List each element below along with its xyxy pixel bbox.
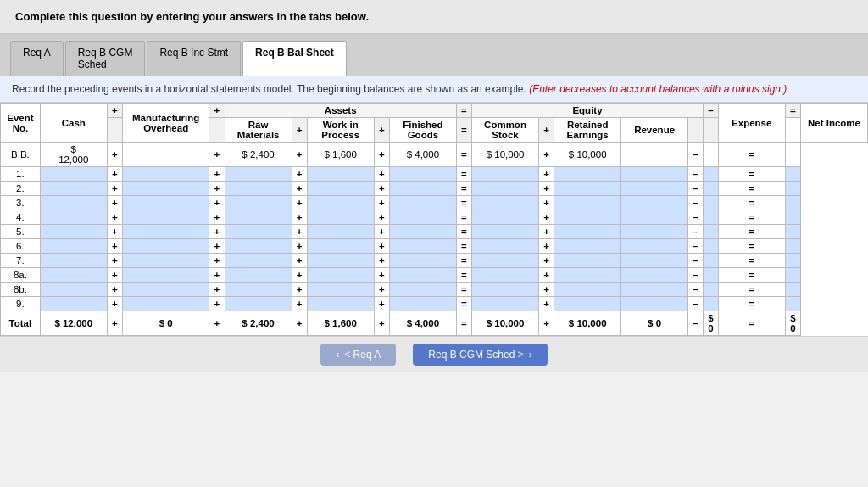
input-retained-2[interactable] xyxy=(554,182,621,196)
tab-req-a[interactable]: Req A xyxy=(10,41,64,76)
input-raw-8a[interactable] xyxy=(225,268,292,283)
input-common-4[interactable] xyxy=(472,210,539,225)
input-expense-9[interactable] xyxy=(703,297,718,311)
input-expense-6[interactable] xyxy=(703,239,718,254)
input-expense-8b[interactable] xyxy=(703,283,718,297)
input-cash-3[interactable] xyxy=(40,196,107,210)
input-raw-5[interactable] xyxy=(225,225,292,239)
input-raw-6[interactable] xyxy=(225,239,292,254)
input-net-4[interactable] xyxy=(785,210,800,225)
input-net-1[interactable] xyxy=(785,167,800,182)
input-mfg-3[interactable] xyxy=(122,196,209,210)
tab-req-b-inc[interactable]: Req B Inc Stmt xyxy=(147,41,241,76)
input-revenue-7[interactable] xyxy=(621,254,688,268)
input-expense-7[interactable] xyxy=(703,254,718,268)
input-net-8b[interactable] xyxy=(785,283,800,297)
input-net-3[interactable] xyxy=(785,196,800,210)
input-expense-2[interactable] xyxy=(703,182,718,196)
input-expense-3[interactable] xyxy=(703,196,718,210)
input-common-5[interactable] xyxy=(472,225,539,239)
input-raw-2[interactable] xyxy=(225,182,292,196)
input-net-6[interactable] xyxy=(785,239,800,254)
input-cash-8b[interactable] xyxy=(40,283,107,297)
input-raw-7[interactable] xyxy=(225,254,292,268)
input-mfg-5[interactable] xyxy=(122,225,209,239)
input-wip-9[interactable] xyxy=(307,297,374,311)
input-revenue-2[interactable] xyxy=(621,182,688,196)
input-retained-5[interactable] xyxy=(554,225,621,239)
input-mfg-2[interactable] xyxy=(122,182,209,196)
input-net-9[interactable] xyxy=(785,297,800,311)
input-expense-8a[interactable] xyxy=(703,268,718,283)
input-expense-5[interactable] xyxy=(703,225,718,239)
input-wip-7[interactable] xyxy=(307,254,374,268)
input-cash-5[interactable] xyxy=(40,225,107,239)
input-retained-6[interactable] xyxy=(554,239,621,254)
input-revenue-8b[interactable] xyxy=(621,283,688,297)
input-fg-8b[interactable] xyxy=(389,283,456,297)
input-common-3[interactable] xyxy=(472,196,539,210)
input-retained-3[interactable] xyxy=(554,196,621,210)
input-retained-1[interactable] xyxy=(554,167,621,182)
input-retained-8a[interactable] xyxy=(554,268,621,283)
input-revenue-8a[interactable] xyxy=(621,268,688,283)
input-revenue-9[interactable] xyxy=(621,297,688,311)
input-common-9[interactable] xyxy=(472,297,539,311)
input-cash-2[interactable] xyxy=(40,182,107,196)
tab-req-b-bal[interactable]: Req B Bal Sheet xyxy=(242,41,347,76)
input-common-6[interactable] xyxy=(472,239,539,254)
input-common-2[interactable] xyxy=(472,182,539,196)
input-wip-1[interactable] xyxy=(307,167,374,182)
input-fg-2[interactable] xyxy=(389,182,456,196)
input-cash-4[interactable] xyxy=(40,210,107,225)
input-common-7[interactable] xyxy=(472,254,539,268)
input-fg-7[interactable] xyxy=(389,254,456,268)
input-fg-6[interactable] xyxy=(389,239,456,254)
input-fg-3[interactable] xyxy=(389,196,456,210)
input-wip-3[interactable] xyxy=(307,196,374,210)
input-expense-4[interactable] xyxy=(703,210,718,225)
input-wip-5[interactable] xyxy=(307,225,374,239)
input-wip-2[interactable] xyxy=(307,182,374,196)
input-cash-6[interactable] xyxy=(40,239,107,254)
input-wip-6[interactable] xyxy=(307,239,374,254)
input-fg-9[interactable] xyxy=(389,297,456,311)
input-revenue-1[interactable] xyxy=(621,167,688,182)
input-mfg-6[interactable] xyxy=(122,239,209,254)
input-fg-1[interactable] xyxy=(389,167,456,182)
input-retained-4[interactable] xyxy=(554,210,621,225)
input-mfg-9[interactable] xyxy=(122,297,209,311)
input-retained-9[interactable] xyxy=(554,297,621,311)
input-net-8a[interactable] xyxy=(785,268,800,283)
input-cash-1[interactable] xyxy=(40,167,107,182)
tab-req-b-cgm[interactable]: Req B CGMSched xyxy=(65,41,146,76)
input-net-5[interactable] xyxy=(785,225,800,239)
input-revenue-4[interactable] xyxy=(621,210,688,225)
input-common-8a[interactable] xyxy=(472,268,539,283)
input-mfg-8a[interactable] xyxy=(122,268,209,283)
input-revenue-6[interactable] xyxy=(621,239,688,254)
input-raw-8b[interactable] xyxy=(225,283,292,297)
input-cash-9[interactable] xyxy=(40,297,107,311)
input-fg-8a[interactable] xyxy=(389,268,456,283)
input-revenue-5[interactable] xyxy=(621,225,688,239)
next-button[interactable]: Req B CGM Sched > › xyxy=(413,344,547,366)
input-raw-3[interactable] xyxy=(225,196,292,210)
input-net-7[interactable] xyxy=(785,254,800,268)
input-mfg-7[interactable] xyxy=(122,254,209,268)
input-wip-4[interactable] xyxy=(307,210,374,225)
input-raw-1[interactable] xyxy=(225,167,292,182)
input-wip-8a[interactable] xyxy=(307,268,374,283)
input-revenue-3[interactable] xyxy=(621,196,688,210)
input-common-1[interactable] xyxy=(472,167,539,182)
input-retained-7[interactable] xyxy=(554,254,621,268)
input-retained-8b[interactable] xyxy=(554,283,621,297)
input-cash-7[interactable] xyxy=(40,254,107,268)
input-mfg-1[interactable] xyxy=(122,167,209,182)
input-raw-4[interactable] xyxy=(225,210,292,225)
input-fg-4[interactable] xyxy=(389,210,456,225)
input-raw-9[interactable] xyxy=(225,297,292,311)
input-expense-1[interactable] xyxy=(703,167,718,182)
input-net-2[interactable] xyxy=(785,182,800,196)
input-wip-8b[interactable] xyxy=(307,283,374,297)
